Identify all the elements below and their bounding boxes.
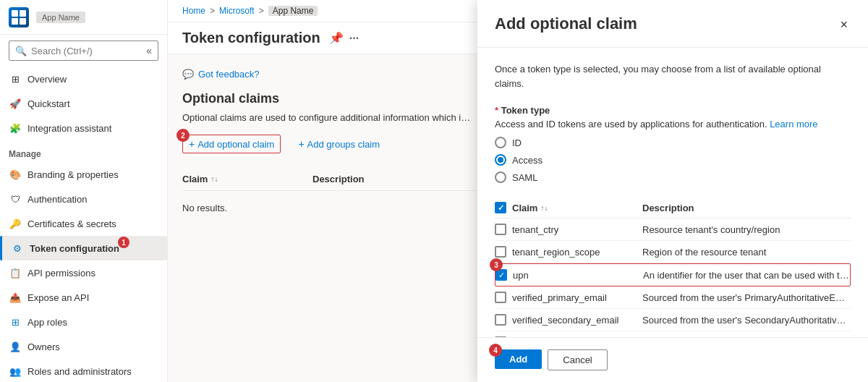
owners-icon: 👤 xyxy=(9,340,22,353)
sidebar-item-branding[interactable]: 🎨 Branding & properties xyxy=(0,162,167,187)
sidebar-item-expose-api[interactable]: 📤 Expose an API xyxy=(0,285,167,310)
expose-icon: 📤 xyxy=(9,291,22,304)
token-type-desc: Access and ID tokens are used by applica… xyxy=(495,119,851,130)
header-checkbox[interactable] xyxy=(495,202,512,213)
radio-access[interactable]: Access xyxy=(495,154,851,166)
step2-badge: 2 xyxy=(176,129,190,142)
sidebar-item-label: Quickstart xyxy=(27,98,70,109)
token-type-required: * xyxy=(495,105,498,116)
manage-section-label: Manage xyxy=(0,140,167,162)
radio-saml-label: SAML xyxy=(512,172,537,183)
sidebar-item-label: Expose an API xyxy=(27,292,89,303)
verified-primary-checkbox[interactable] xyxy=(495,292,506,303)
page-title: Token configuration xyxy=(182,30,320,46)
add-groups-claim-button[interactable]: + Add groups claim xyxy=(292,135,386,153)
col-claim-header: Claim ↑↓ xyxy=(182,174,312,184)
verified-primary-desc: Sourced from the user's PrimaryAuthorita… xyxy=(642,292,851,303)
add-optional-claim-button[interactable]: + Add optional claim xyxy=(182,135,281,153)
sidebar-item-label: Authentication xyxy=(27,194,87,205)
verified-primary-name: verified_primary_email xyxy=(512,292,642,303)
add-claim-label: Add optional claim xyxy=(197,139,274,150)
more-icon[interactable]: ··· xyxy=(349,32,359,45)
claim-row-upn: 3 upn An identifier for the user that ca… xyxy=(495,263,851,286)
sidebar-item-integration[interactable]: 🧩 Integration assistant xyxy=(0,116,167,140)
sidebar-item-label: Token configuration xyxy=(30,243,119,254)
panel-cancel-button[interactable]: Cancel xyxy=(548,349,607,370)
sidebar-item-roles-admin[interactable]: 👥 Roles and administrators xyxy=(0,359,167,382)
claim-row-verified-primary: verified_primary_email Sourced from the … xyxy=(495,286,851,309)
section-desc: Optional claims are used to configure ad… xyxy=(182,112,472,123)
header-icons: 📌 ··· xyxy=(329,31,359,45)
feedback-icon: 💬 xyxy=(182,69,194,80)
search-icon: 🔍 xyxy=(15,46,27,56)
sidebar-item-token-config[interactable]: ⚙ Token configuration 1 xyxy=(0,236,167,260)
tenant-ctry-name: tenant_ctry xyxy=(512,224,642,235)
radio-id[interactable]: ID xyxy=(495,137,851,148)
sidebar-item-label: Overview xyxy=(27,74,67,85)
api-icon: 📋 xyxy=(9,266,22,279)
sort-icon[interactable]: ↑↓ xyxy=(540,204,548,212)
search-box[interactable]: 🔍 « xyxy=(9,41,158,61)
claim-row-tenant-region: tenant_region_scope Region of the resour… xyxy=(495,241,851,263)
breadcrumb-app: App Name xyxy=(268,6,318,16)
token-type-radio-group: ID Access SAML xyxy=(495,137,851,183)
sidebar-item-certificates[interactable]: 🔑 Certificates & secrets xyxy=(0,211,167,236)
collapse-button[interactable]: « xyxy=(146,45,152,56)
add-button-wrapper: Add 4 xyxy=(495,349,542,370)
add-groups-label: Add groups claim xyxy=(307,139,380,150)
feedback-text: Got feedback? xyxy=(198,69,260,80)
shield-icon: 🛡 xyxy=(9,192,22,205)
verified-secondary-checkbox[interactable] xyxy=(495,314,506,326)
panel-body: Once a token type is selected, you may c… xyxy=(477,48,868,337)
learn-more-link[interactable]: Learn more xyxy=(770,119,817,130)
panel-add-button[interactable]: Add xyxy=(495,349,542,369)
select-all-checkbox[interactable] xyxy=(495,202,506,213)
sort-icon[interactable]: ↑↓ xyxy=(210,175,218,183)
app-logo xyxy=(9,7,29,27)
sidebar-item-authentication[interactable]: 🛡 Authentication xyxy=(0,187,167,211)
panel-close-button[interactable]: × xyxy=(837,14,851,35)
tenant-ctry-checkbox-wrapper xyxy=(495,224,512,235)
sidebar-item-quickstart[interactable]: 🚀 Quickstart xyxy=(0,91,167,116)
sidebar-item-label: Roles and administrators xyxy=(27,366,132,377)
puzzle-icon: 🧩 xyxy=(9,122,22,135)
sidebar-item-label: API permissions xyxy=(27,268,95,279)
claim-row-verified-secondary: verified_secondary_email Sourced from th… xyxy=(495,309,851,331)
step1-badge: 1 xyxy=(118,237,129,248)
sidebar-item-owners[interactable]: 👤 Owners xyxy=(0,334,167,359)
verified-secondary-desc: Sourced from the user's SecondaryAuthori… xyxy=(642,315,851,326)
panel-footer: Add 4 Cancel xyxy=(477,337,868,382)
sidebar-item-api-permissions[interactable]: 📋 API permissions xyxy=(0,260,167,285)
tenant-region-name: tenant_region_scope xyxy=(512,247,642,258)
sidebar-item-overview[interactable]: ⊞ Overview xyxy=(0,67,167,91)
sidebar-item-label: Certificates & secrets xyxy=(27,218,116,229)
verified-secondary-checkbox-wrapper xyxy=(495,314,512,326)
grid-icon: ⊞ xyxy=(9,72,22,85)
breadcrumb-microsoft[interactable]: Microsoft xyxy=(219,6,255,16)
step4-badge: 4 xyxy=(489,344,502,357)
col-name-header: Claim ↑↓ xyxy=(512,203,642,213)
tenant-region-desc: Region of the resource tenant xyxy=(642,247,851,258)
roles-icon: ⊞ xyxy=(9,315,22,328)
claims-table: Claim ↑↓ Description tenant_ctry Resourc… xyxy=(495,198,851,337)
panel-title: Add optional claim xyxy=(495,14,637,33)
verified-secondary-name: verified_secondary_email xyxy=(512,315,642,326)
sidebar-item-app-roles[interactable]: ⊞ App roles xyxy=(0,310,167,334)
claim-row-more: ... UMF verification information xyxy=(495,331,851,337)
breadcrumb-home[interactable]: Home xyxy=(182,6,205,16)
radio-access-label: Access xyxy=(512,155,542,166)
brush-icon: 🎨 xyxy=(9,168,22,181)
radio-saml[interactable]: SAML xyxy=(495,171,851,183)
tenant-ctry-desc: Resource tenant's country/region xyxy=(642,224,851,235)
col-desc-header: Description xyxy=(642,203,851,213)
tenant-region-checkbox[interactable] xyxy=(495,246,506,258)
radio-access-input[interactable] xyxy=(495,154,506,166)
radio-id-input[interactable] xyxy=(495,137,506,148)
verified-primary-checkbox-wrapper xyxy=(495,292,512,303)
breadcrumb-sep2: > xyxy=(259,6,264,16)
app-name: App Name xyxy=(36,12,85,23)
radio-saml-input[interactable] xyxy=(495,171,506,183)
search-input[interactable] xyxy=(31,46,146,56)
pin-icon[interactable]: 📌 xyxy=(329,31,344,45)
tenant-ctry-checkbox[interactable] xyxy=(495,224,506,235)
